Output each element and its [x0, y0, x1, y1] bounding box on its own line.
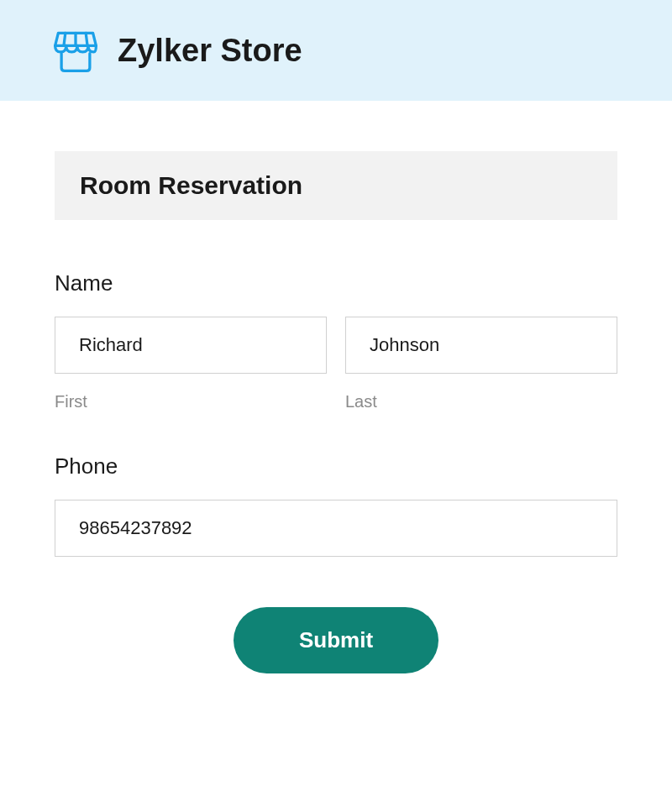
form-content: Room Reservation Name First Last Phone S…	[0, 101, 672, 673]
store-icon	[50, 25, 101, 76]
last-name-col: Last	[345, 317, 617, 411]
name-row: First Last	[55, 317, 617, 411]
submit-wrap: Submit	[55, 607, 617, 673]
form-title: Room Reservation	[80, 171, 592, 200]
phone-input[interactable]	[55, 500, 617, 557]
first-name-sub-label: First	[55, 392, 327, 411]
store-name: Zylker Store	[118, 33, 302, 69]
submit-button[interactable]: Submit	[234, 607, 438, 673]
first-name-col: First	[55, 317, 327, 411]
name-label: Name	[55, 270, 617, 296]
header: Zylker Store	[0, 0, 672, 101]
last-name-input[interactable]	[345, 317, 617, 374]
first-name-input[interactable]	[55, 317, 327, 374]
phone-field-group: Phone	[55, 453, 617, 557]
form-title-bar: Room Reservation	[55, 151, 617, 220]
last-name-sub-label: Last	[345, 392, 617, 411]
phone-label: Phone	[55, 453, 617, 479]
name-field-group: Name First Last	[55, 270, 617, 411]
